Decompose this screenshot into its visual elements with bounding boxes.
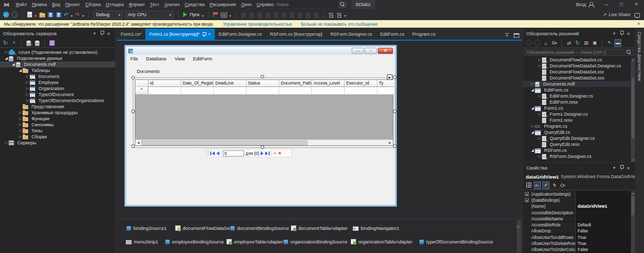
file-queryedit-resx[interactable]: QueryEdit.resx	[523, 141, 635, 147]
solution-explorer-scrollbar[interactable]: ▲ ▼	[631, 58, 635, 162]
close-panel-icon[interactable]	[625, 165, 632, 171]
file-rsform-cs[interactable]: RSForm.cs	[523, 147, 635, 153]
file-nesting-icon[interactable]	[584, 40, 589, 45]
solution-search-box[interactable]: Обозреватель решений — поиск (Ctrl+;)	[524, 49, 634, 56]
column-header[interactable]: DeadLine	[214, 80, 247, 87]
expand-icon[interactable]	[530, 147, 535, 153]
undo-dropdown-icon[interactable]	[71, 10, 73, 19]
save-icon[interactable]	[48, 12, 53, 18]
sql-server-object-explorer-icon[interactable]	[49, 40, 55, 46]
refresh-icon[interactable]	[575, 40, 580, 46]
property-pages-icon[interactable]	[560, 183, 566, 188]
expand-icon[interactable]	[11, 61, 16, 67]
tree-item-functions[interactable]: Функции	[0, 116, 115, 122]
menu-build[interactable]: Сборка	[83, 0, 104, 9]
tree-item-tables[interactable]: Таблицы	[0, 67, 115, 73]
minimize-button[interactable]: –	[599, 0, 614, 9]
expand-icon[interactable]	[4, 55, 9, 61]
expand-icon[interactable]	[537, 135, 542, 141]
column-header[interactable]: Id	[148, 80, 181, 87]
property-row[interactable]: AccessibleName	[523, 216, 631, 222]
toolbar-overflow-icon[interactable]	[229, 10, 231, 19]
active-files-dropdown-icon[interactable]	[505, 33, 510, 38]
column-header[interactable]: Access_Level	[312, 80, 345, 87]
file-editform-cs[interactable]: EditForm.cs	[523, 87, 635, 93]
pin-icon[interactable]	[620, 30, 623, 36]
tray-scrollbar[interactable]: ▲	[517, 220, 521, 252]
tree-item-stored-procedures[interactable]: Хранимые процедуры	[0, 110, 115, 116]
search-button[interactable]	[338, 1, 347, 8]
selected-object-dropdown[interactable]: dataGridView1 System.Windows.Forms.DataG…	[523, 173, 635, 181]
expand-icon[interactable]	[18, 122, 23, 128]
expand-icon[interactable]	[530, 87, 535, 93]
expand-icon[interactable]	[18, 116, 23, 122]
save-all-icon[interactable]	[56, 12, 61, 18]
property-value[interactable]: False	[576, 247, 631, 252]
tree-item-data-connections[interactable]: Подключения данных	[0, 55, 115, 61]
resize-handle-middle-right[interactable]	[393, 110, 396, 113]
properties-header[interactable]: Свойства	[523, 163, 635, 173]
expand-icon[interactable]	[537, 111, 542, 117]
pin-icon[interactable]	[620, 164, 623, 170]
sign-in-button[interactable]: Вход	[576, 2, 594, 8]
expand-icon[interactable]	[25, 92, 30, 98]
server-explorer-header[interactable]: Обозреватель серверов	[0, 29, 115, 38]
file-form1-cs[interactable]: Form1.cs	[523, 105, 635, 111]
window-position-icon[interactable]	[91, 31, 98, 36]
diagnostics-tools-tab[interactable]: Средства диагностики	[637, 32, 642, 81]
property-row[interactable]: AllowUserToOrderColumnFalse	[523, 247, 631, 253]
grid-horizontal-scrollbar[interactable]: ◄ ►	[135, 139, 393, 145]
forms-designer-surface[interactable]: — ▫ ✕ File Database View EditForm Docume…	[117, 41, 522, 218]
tree-item-table-typeofdocument[interactable]: TypeOfDocument	[0, 92, 115, 98]
notification-close-icon[interactable]: ×	[637, 21, 640, 27]
form-menu-strip[interactable]: File Database View EditForm	[126, 55, 395, 62]
resize-handle-top-right[interactable]	[393, 75, 396, 79]
dismiss-message-link[interactable]: Больше не показывать это сообщение	[301, 22, 377, 27]
property-row[interactable]: AllowUserToDeleteRowsTrue	[523, 240, 631, 246]
column-header[interactable]: Date_Of_Registrati	[181, 80, 214, 87]
add-connection-icon[interactable]	[35, 40, 40, 46]
solution-explorer-header[interactable]: Обозреватель решений	[523, 29, 635, 38]
delete-button[interactable]: ×	[278, 150, 281, 156]
file-form1-resx[interactable]: Form1.resx	[523, 117, 635, 123]
file-documentflowdataset-designer-cs[interactable]: # DocumentFlowDataSet.Designer.cs	[523, 63, 635, 69]
breakpoint-flag-icon[interactable]	[213, 12, 218, 18]
layout-overflow-icon[interactable]	[344, 10, 346, 19]
add-new-button[interactable]: +	[273, 150, 276, 156]
tab-rsform-designer-cs[interactable]: RSForm.Designer.cs	[326, 29, 376, 40]
preview-selected-items-icon[interactable]	[593, 40, 597, 45]
send-to-back-icon[interactable]	[336, 12, 342, 18]
tree-item-table-document[interactable]: Document	[0, 73, 115, 79]
expand-icon[interactable]	[18, 67, 23, 73]
properties-view-icon[interactable]	[544, 183, 548, 188]
form-menu-database[interactable]: Database	[142, 56, 171, 61]
component-organizationtableadapter[interactable]: organizationTableAdapter	[351, 239, 413, 244]
expand-icon[interactable]	[530, 105, 535, 111]
menu-analyze[interactable]: Анализ	[162, 0, 182, 9]
expand-icon[interactable]	[537, 63, 542, 69]
tree-item-documents-mdf[interactable]: × Documents.mdf	[0, 61, 115, 67]
expand-icon[interactable]	[25, 79, 30, 86]
alphabetical-icon[interactable]	[535, 183, 539, 188]
expand-icon[interactable]	[525, 192, 529, 196]
file-queryedit-cs[interactable]: QueryEdit.cs	[523, 129, 635, 135]
events-icon[interactable]	[553, 183, 555, 188]
scroll-left-icon[interactable]: ◄	[135, 141, 141, 144]
menu-format[interactable]: Формат	[126, 0, 147, 9]
component-organizationbindingsource[interactable]: organizationBindingSource	[283, 239, 348, 244]
expand-icon[interactable]	[530, 129, 535, 135]
expand-icon[interactable]	[537, 153, 542, 159]
file-editform-resx[interactable]: EditForm.resx	[523, 99, 635, 105]
documents-label[interactable]: Documents	[137, 69, 160, 74]
expand-icon[interactable]	[4, 49, 9, 55]
grid-new-row[interactable]: *	[135, 87, 393, 95]
file-documents-mdf[interactable]: Documents.mdf	[523, 81, 635, 87]
form-maximize-button[interactable]: ▫	[365, 48, 377, 54]
resize-handle-top-middle[interactable]	[261, 75, 264, 78]
property-value[interactable]: dataGridView1	[576, 204, 631, 209]
expand-icon[interactable]	[4, 140, 9, 146]
property-row[interactable]: (ApplicationSettings)	[523, 191, 631, 197]
tree-item-table-typeofdocumentsorganizations[interactable]: TypeOfDocumentsOrganizations	[0, 98, 115, 104]
design-form-window[interactable]: — ▫ ✕ File Database View EditForm Docume…	[124, 45, 397, 207]
new-file-icon[interactable]	[27, 12, 32, 18]
